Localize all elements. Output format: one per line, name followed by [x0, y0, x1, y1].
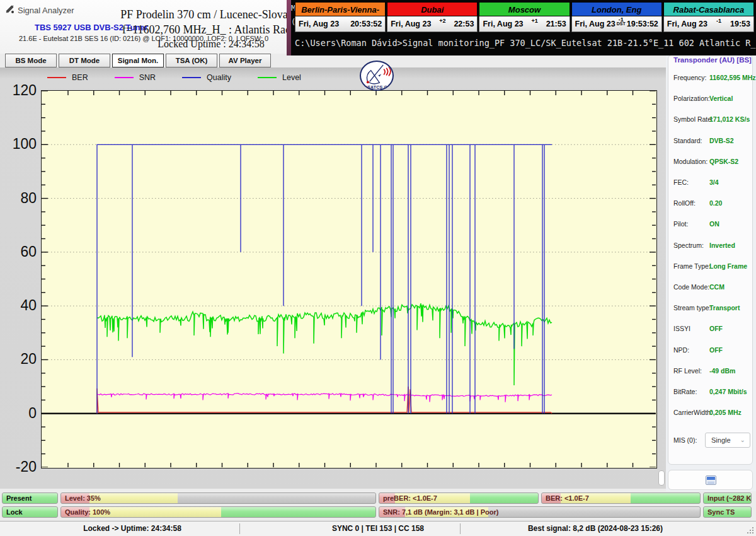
mis-value: Single — [711, 436, 731, 444]
snr-bar: SNR: 7,1 dB (Margin: 3,1 dB | Poor) — [379, 506, 701, 518]
chart-scrollbar-thumb[interactable] — [658, 470, 665, 486]
tp-value: 0.20 — [709, 199, 722, 207]
clock-panel: Moscow Fri, Aug 23 +1 21:53 — [479, 2, 570, 33]
y-tick-label: 0 — [0, 405, 37, 422]
clock-date: Fri, Aug 23 — [575, 20, 616, 28]
clock-panel: London, Eng Fri, Aug 23 -1DST 19:53:52 — [571, 2, 662, 33]
preber-bar: preBER: <1.0E-7 — [379, 492, 539, 504]
clock-hhmm: 22:53 — [454, 20, 474, 28]
lock-bar: Lock — [2, 506, 58, 518]
tp-label: CarrierWidth: — [673, 409, 713, 416]
legend-label: Quality — [207, 73, 231, 82]
tab-bs-mode[interactable]: BS Mode — [5, 54, 57, 67]
tab-dt-mode[interactable]: DT Mode — [59, 54, 110, 67]
clock-panel: Dubai Fri, Aug 23 +2 22:53 — [387, 2, 478, 33]
tp-label: Stream type: — [673, 304, 711, 312]
tp-value: CCM — [709, 283, 724, 291]
tp-value: 171,012 KS/s — [709, 115, 750, 123]
legend-label: BER — [72, 73, 88, 82]
legend-line-swatch — [47, 77, 66, 78]
transponder-header: Transponder (AU) [BS] — [673, 56, 752, 64]
legend-item: BER — [47, 73, 88, 82]
tp-value: Transport — [709, 304, 740, 312]
tab-tsa-ok-[interactable]: TSA (OK) — [166, 54, 217, 67]
sync-bar: Sync TS — [703, 506, 752, 518]
tp-label: Polarization: — [673, 95, 710, 102]
legend-label: SNR — [139, 73, 156, 82]
tp-value: OFF — [709, 325, 723, 332]
preber-bar-label: preBER: <1.0E-7 — [383, 493, 437, 504]
transponder-row: BitRate: 0,247 Mbit/s — [673, 388, 750, 398]
transponder-row: Polarization: Vertical — [673, 95, 750, 105]
clock-panel: Berlin-Paris-Vienna-Roma Fri, Aug 23 20:… — [295, 2, 386, 33]
mode-tabs: BS ModeDT ModeSignal Mon.TSA (OK)AV Play… — [5, 54, 271, 67]
world-clock-bar: Berlin-Paris-Vienna-Roma Fri, Aug 23 20:… — [295, 2, 754, 33]
clock-utc-offset: -1DST — [616, 16, 627, 26]
clock-time: Fri, Aug 23 -1 19:53 — [663, 16, 754, 32]
tp-label: NPD: — [673, 346, 689, 354]
snr-bar-label: SNR: 7,1 dB (Margin: 3,1 dB | Poor) — [383, 507, 498, 518]
clock-hhmm: 19:53:52 — [627, 20, 658, 28]
clock-hhmm: 20:53:52 — [350, 20, 382, 28]
resize-grip[interactable] — [747, 527, 754, 534]
tp-label: Symbol Rate: — [673, 115, 713, 123]
window-title: Signal Analyzer — [18, 6, 74, 15]
chevron-down-icon: ⌄ — [740, 433, 745, 447]
transponder-row: Frequency: 11602,595 MHz — [673, 74, 750, 84]
transponder-row: FEC: 3/4 — [673, 178, 750, 189]
transponder-row: Code Mode: CCM — [673, 283, 750, 293]
tp-label: Frame Type: — [673, 262, 711, 270]
y-tick-label: 100 — [0, 136, 37, 153]
mis-dropdown[interactable]: Single ⌄ — [705, 433, 750, 448]
chart-legend: BER SNR Quality Level — [47, 71, 328, 84]
tab-signal-mon-[interactable]: Signal Mon. — [112, 54, 164, 67]
clock-utc-offset: -1 — [707, 18, 730, 24]
screenshot-button[interactable] — [668, 470, 753, 490]
tp-value: OFF — [709, 346, 723, 354]
quality-bar-label: Quality: 100% — [65, 507, 110, 518]
present-bar-label: Present — [6, 493, 32, 504]
tp-label: BitRate: — [673, 388, 697, 395]
tp-label: ISSYI — [673, 325, 690, 332]
tp-value: ON — [709, 220, 719, 228]
clock-time: Fri, Aug 23 20:53:52 — [295, 16, 386, 32]
legend-item: SNR — [115, 73, 156, 82]
tp-label: Pilot: — [673, 220, 688, 228]
level-bar: Level: 35% — [60, 492, 376, 504]
clock-utc-offset: +2 — [431, 18, 454, 24]
clock-city: Berlin-Paris-Vienna-Roma — [295, 2, 386, 16]
present-bar: Present — [2, 492, 58, 504]
transponder-row: Symbol Rate: 171,012 KS/s — [673, 115, 750, 125]
clock-city: Moscow — [479, 2, 570, 16]
console-command-line: C:\Users\Roman Dávid>Signal monitoring_P… — [295, 38, 756, 48]
status-sync: SYNC 0 | TEI 153 | CC 158 — [284, 524, 472, 533]
tp-value: 3/4 — [709, 178, 719, 186]
input-bar-label: Input (~282 Kbps) — [707, 493, 752, 504]
transponder-row: Spectrum: Inverted — [673, 242, 750, 252]
tab-av-player[interactable]: AV Player — [219, 54, 271, 67]
legend-line-swatch — [115, 77, 134, 78]
signal-plot — [41, 90, 657, 469]
tp-label: FEC: — [673, 178, 689, 186]
tp-value: Inverted — [709, 242, 735, 249]
clock-time: Fri, Aug 23 +1 21:53 — [479, 16, 570, 32]
tp-value: 11602,595 MHz — [709, 74, 756, 81]
tp-value: Long Frame — [709, 262, 747, 270]
tp-label: Standard: — [673, 137, 702, 144]
clock-date: Fri, Aug 23 — [667, 20, 707, 28]
tp-label: Modulation: — [673, 158, 707, 165]
dxsatcs-logo-emblem: DXSATCS.COM — [360, 61, 394, 91]
status-bar: Locked -> Uptime: 24:34:58 SYNC 0 | TEI … — [0, 521, 756, 536]
transponder-row: ISSYI OFF — [673, 325, 750, 335]
legend-item: Level — [258, 73, 301, 82]
y-tick-label: 60 — [0, 243, 37, 260]
mis-row: MIS (0): Single ⌄ — [673, 436, 750, 444]
clock-hhmm: 21:53 — [546, 20, 566, 28]
transponder-row: Standard: DVB-S2 — [673, 137, 750, 147]
dxsatcs-logo-text: DXSATCS.COM — [361, 85, 392, 90]
clock-date: Fri, Aug 23 — [299, 20, 339, 28]
dxsatcs-logo: DXSATCS.COM — [358, 61, 397, 96]
tp-label: Spectrum: — [673, 242, 704, 249]
tp-value: 0,247 Mbit/s — [709, 388, 747, 395]
quality-bar: Quality: 100% — [60, 506, 376, 518]
